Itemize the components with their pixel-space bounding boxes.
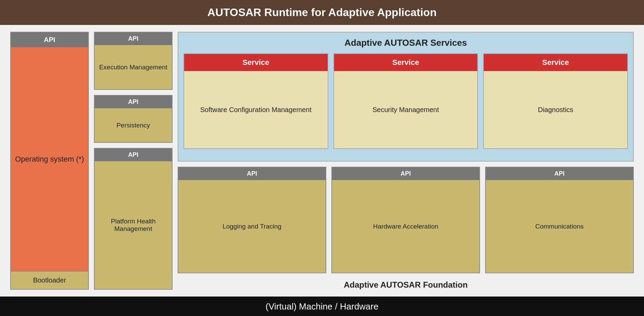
os-api-bar: API	[11, 32, 88, 47]
persistency-api-bar: API	[95, 96, 172, 108]
adaptive-autosar-services-box: Adaptive AUTOSAR Services Service Softwa…	[178, 32, 634, 162]
foundation-api-bar-2: API	[486, 167, 633, 180]
persistency-body: Persistency	[95, 108, 172, 142]
service-body-0: Software Configuration Management	[184, 71, 328, 148]
service-bar-0: Service	[184, 54, 328, 71]
services-row: Service Software Configuration Managemen…	[183, 53, 628, 149]
foundation-block-2: API Communications	[485, 167, 634, 273]
left-column: API Operating system (*) Bootloader	[10, 32, 89, 290]
foundation-api-bar-0: API	[178, 167, 326, 180]
services-title: Adaptive AUTOSAR Services	[183, 38, 628, 48]
foundation-body-2: Communications	[486, 180, 633, 273]
service-bar-2: Service	[484, 54, 627, 71]
mid-column: API Execution Management API Persistency…	[94, 32, 173, 290]
bottom-bar: (Virtual) Machine / Hardware	[0, 297, 644, 316]
foundation-body-0: Logging and Tracing	[178, 180, 326, 273]
foundation-body-1: Hardware Acceleration	[332, 180, 479, 273]
service-bar-1: Service	[334, 54, 478, 71]
service-block-2: Service Diagnostics	[483, 53, 628, 149]
phm-body: Platform Health Management	[95, 161, 172, 289]
os-block: API Operating system (*)	[10, 32, 89, 272]
foundation-label: Adaptive AUTOSAR Foundation	[178, 278, 634, 290]
right-area: Adaptive AUTOSAR Services Service Softwa…	[178, 32, 634, 290]
phm-block: API Platform Health Management	[94, 148, 173, 290]
service-block-1: Service Security Management	[333, 53, 478, 149]
page-title: AUTOSAR Runtime for Adaptive Application	[0, 0, 644, 25]
bootloader-block: Bootloader	[10, 272, 89, 290]
service-body-2: Diagnostics	[484, 71, 627, 148]
persistency-block: API Persistency	[94, 95, 173, 143]
foundation-row: API Logging and Tracing API Hardware Acc…	[178, 167, 634, 273]
execution-management-block: API Execution Management	[94, 32, 173, 90]
execution-management-api-bar: API	[95, 32, 172, 45]
foundation-block-0: API Logging and Tracing	[178, 167, 326, 273]
service-body-1: Security Management	[334, 71, 478, 148]
foundation-api-bar-1: API	[332, 167, 479, 180]
middle-row: API Operating system (*) Bootloader API …	[10, 32, 634, 290]
os-body: Operating system (*)	[11, 47, 88, 271]
phm-api-bar: API	[95, 149, 172, 161]
foundation-block-1: API Hardware Acceleration	[331, 167, 480, 273]
service-block-0: Service Software Configuration Managemen…	[183, 53, 328, 149]
execution-management-body: Execution Management	[95, 45, 172, 89]
main-content: API Operating system (*) Bootloader API …	[0, 25, 644, 297]
